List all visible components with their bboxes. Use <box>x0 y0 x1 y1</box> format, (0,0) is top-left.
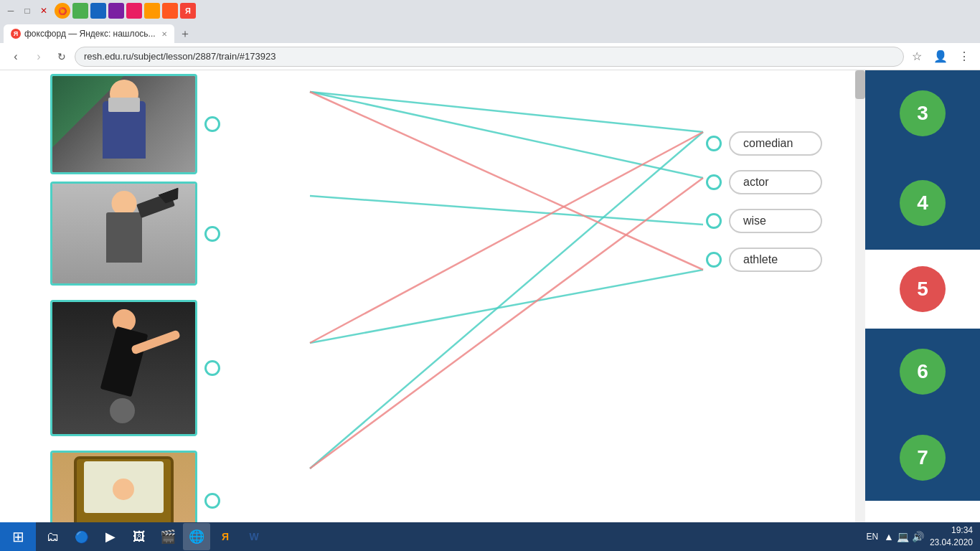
bookmark-btn[interactable]: ☆ <box>907 47 927 67</box>
tab-favicon: Я <box>11 29 21 39</box>
account-btn[interactable]: 👤 <box>930 47 951 67</box>
svg-line-1 <box>310 92 703 178</box>
favicon-yandex: Я <box>180 3 196 19</box>
label-wise[interactable]: wise <box>729 209 822 233</box>
image-3 <box>50 300 197 436</box>
svg-line-5 <box>310 92 703 270</box>
score-block-3: 3 <box>865 70 980 156</box>
taskbar-movies[interactable]: 🎬 <box>154 523 182 550</box>
address-bar[interactable] <box>75 47 904 67</box>
taskbar-ie[interactable]: 🔵 <box>68 523 95 550</box>
window-controls[interactable]: ─ □ ✕ <box>4 4 51 18</box>
svg-line-7 <box>310 178 703 468</box>
taskbar-items: 🗂 🔵 ▶ 🖼 🎬 🌐 Я W <box>36 523 859 550</box>
dot-comedian[interactable] <box>706 136 722 151</box>
dot-img2[interactable] <box>204 226 220 242</box>
dot-img3[interactable] <box>204 360 220 376</box>
dot-img1[interactable] <box>204 116 220 132</box>
score-3[interactable]: 3 <box>900 90 946 136</box>
active-tab[interactable]: Я фоксфорд — Яндекс: нашлось... ✕ <box>4 24 174 43</box>
score-block-7: 7 <box>865 415 980 501</box>
tab-title: фоксфорд — Яндекс: нашлось... <box>24 29 156 39</box>
nav-bar: ‹ › ↻ ☆ 👤 ⋮ <box>0 43 980 70</box>
labels-panel: comedian actor wise athlete <box>706 85 822 286</box>
favicon-3 <box>90 3 106 19</box>
forward-btn[interactable]: › <box>29 47 49 67</box>
image-row-2 <box>0 182 220 286</box>
tray-icon-3: 🔊 <box>912 531 924 542</box>
taskbar-clock: 19:34 23.04.2020 <box>930 524 973 549</box>
nav-actions: ☆ 👤 ⋮ <box>907 47 974 67</box>
image-4 <box>50 451 197 522</box>
tabs-bar: Я фоксфорд — Яндекс: нашлось... ✕ ＋ <box>0 22 980 43</box>
label-row-athlete: athlete <box>706 248 822 272</box>
score-block-5: 5 <box>865 250 980 329</box>
page-area: comedian actor wise athlete 3 4 5 <box>0 70 980 522</box>
taskbar: ⊞ 🗂 🔵 ▶ 🖼 🎬 🌐 Я W EN ▲ 💻 🔊 19:34 23.04.2… <box>0 522 980 551</box>
start-button[interactable]: ⊞ <box>0 522 36 551</box>
image-1 <box>50 74 197 174</box>
score-5[interactable]: 5 <box>900 266 946 312</box>
title-bar: ─ □ ✕ ⭕ Я <box>0 0 980 22</box>
menu-btn[interactable]: ⋮ <box>954 47 974 67</box>
svg-line-4 <box>310 132 703 468</box>
favicon-4 <box>108 3 124 19</box>
back-btn[interactable]: ‹ <box>6 47 26 67</box>
label-row-comedian: comedian <box>706 131 822 156</box>
image-row-1 <box>0 74 220 174</box>
tab-close-btn[interactable]: ✕ <box>161 30 167 38</box>
tray-icon-2: 💻 <box>897 531 909 542</box>
taskbar-explorer[interactable]: 🗂 <box>39 523 67 550</box>
image-2 <box>50 182 197 286</box>
clock-date: 23.04.2020 <box>930 537 973 549</box>
tray-icon-1: ▲ <box>884 531 894 542</box>
score-4[interactable]: 4 <box>900 180 946 226</box>
scrollbar[interactable] <box>855 70 865 522</box>
favicon-6 <box>144 3 160 19</box>
taskbar-right: EN ▲ 💻 🔊 19:34 23.04.2020 <box>859 524 980 549</box>
dot-img4[interactable] <box>204 493 220 509</box>
taskbar-media[interactable]: ▶ <box>97 523 124 550</box>
taskbar-photos[interactable]: 🖼 <box>126 523 153 550</box>
favicon-5 <box>126 3 142 19</box>
close-icon[interactable]: ✕ <box>37 4 51 18</box>
svg-line-0 <box>310 92 703 132</box>
dot-wise[interactable] <box>706 213 722 229</box>
dot-actor[interactable] <box>706 174 722 190</box>
score-7[interactable]: 7 <box>900 435 946 481</box>
label-actor[interactable]: actor <box>729 170 822 194</box>
favicon-7 <box>162 3 178 19</box>
image-row-4 <box>0 451 220 522</box>
svg-line-2 <box>310 196 703 225</box>
clock-time: 19:34 <box>930 524 973 537</box>
taskbar-yandex[interactable]: Я <box>212 523 239 550</box>
label-athlete[interactable]: athlete <box>729 248 822 272</box>
score-sidebar: 3 4 5 6 7 <box>865 70 980 522</box>
minimize-icon[interactable]: ─ <box>4 4 18 18</box>
label-row-actor: actor <box>706 170 822 194</box>
image-row-3 <box>0 300 220 436</box>
reload-btn[interactable]: ↻ <box>52 47 72 67</box>
taskbar-chrome[interactable]: 🌐 <box>183 523 210 550</box>
score-block-6: 6 <box>865 329 980 415</box>
system-tray: ▲ 💻 🔊 <box>884 531 924 542</box>
score-6[interactable]: 6 <box>900 349 946 395</box>
label-row-wise: wise <box>706 209 822 233</box>
svg-line-3 <box>310 270 703 343</box>
maximize-icon[interactable]: □ <box>20 4 34 18</box>
dot-athlete[interactable] <box>706 252 722 268</box>
svg-line-6 <box>310 132 703 343</box>
favicon-1: ⭕ <box>55 3 70 19</box>
score-block-4: 4 <box>865 156 980 250</box>
taskbar-word[interactable]: W <box>240 523 268 550</box>
new-tab-btn[interactable]: ＋ <box>176 24 194 43</box>
favicon-2 <box>72 3 88 19</box>
taskbar-lang: EN <box>866 532 878 542</box>
label-comedian[interactable]: comedian <box>729 131 822 156</box>
scrollbar-thumb[interactable] <box>855 70 865 99</box>
